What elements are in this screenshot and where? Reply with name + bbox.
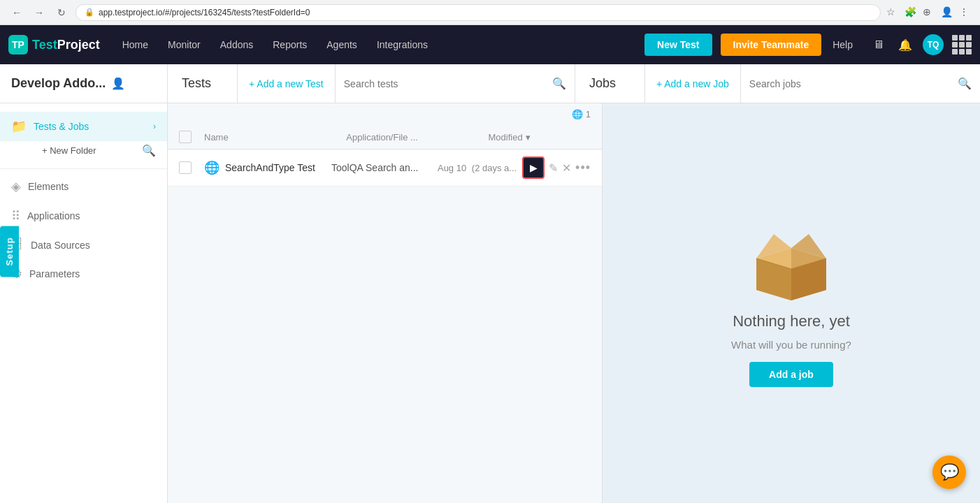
new-folder-button[interactable]: + New Folder — [11, 141, 108, 160]
elements-icon: ◈ — [11, 179, 21, 194]
help-link[interactable]: Help — [824, 39, 861, 50]
project-title-area: Develop Addo... 👤 — [0, 64, 168, 103]
topnav-icon-group: 🖥 🔔 TQ — [870, 34, 972, 55]
test-type-icon: 🌐 — [204, 160, 219, 175]
browser-bar: ← → ↻ 🔒 app.testproject.io/#/projects/16… — [0, 0, 980, 25]
add-new-test-button[interactable]: + Add a new Test — [238, 64, 336, 103]
applications-icon: ⠿ — [11, 208, 20, 224]
folder-icon: 📁 — [11, 119, 27, 134]
logo-label: TestProject — [32, 38, 100, 52]
user-icon[interactable]: 👤 — [941, 6, 953, 19]
sidebar-applications-label: Applications — [27, 210, 80, 221]
test-row-actions: ▶ ✎ ✕ ••• — [522, 156, 591, 179]
close-icon[interactable]: ✕ — [562, 161, 571, 175]
search-jobs-input[interactable] — [749, 78, 952, 89]
extension-icon[interactable]: 🧩 — [905, 6, 917, 19]
jobs-section-label: Jobs — [575, 64, 645, 103]
apps-grid-icon[interactable] — [952, 35, 972, 54]
col-header-name[interactable]: Name — [204, 132, 340, 143]
search-tests-icon: 🔍 — [552, 77, 566, 90]
search-jobs-icon: 🔍 — [958, 77, 972, 90]
select-all-checkbox[interactable] — [179, 131, 192, 143]
add-job-button[interactable]: Add a job — [749, 362, 833, 387]
bell-icon[interactable]: 🔔 — [896, 36, 914, 54]
test-application: ToolQA Search an... — [331, 162, 432, 173]
sidebar-item-applications[interactable]: ⠿ Applications — [0, 201, 167, 231]
back-button[interactable]: ← — [8, 4, 25, 21]
play-icon: ▶ — [530, 162, 538, 173]
sidebar-item-parameters[interactable]: ⚙ Parameters — [0, 259, 167, 289]
address-bar[interactable]: 🔒 app.testproject.io/#/projects/163245/t… — [75, 4, 881, 21]
main-layout: 📁 Tests & Jobs › + New Folder 🔍 ◈ Elemen… — [0, 103, 980, 503]
sidebar-item-tests-jobs[interactable]: 📁 Tests & Jobs › — [0, 112, 167, 141]
jobs-panel: Nothing here, yet What will you be runni… — [603, 103, 980, 503]
chat-icon: 💬 — [940, 463, 959, 481]
test-name: SearchAndType Test — [225, 162, 326, 173]
jobs-empty-title: Nothing here, yet — [733, 312, 850, 330]
search-jobs-bar[interactable]: 🔍 — [741, 64, 980, 103]
star-icon[interactable]: ☆ — [886, 6, 899, 19]
globe-count-icon: 🌐 — [572, 109, 583, 119]
header-checkbox[interactable] — [179, 131, 199, 143]
nav-agents[interactable]: Agents — [318, 34, 366, 56]
sidebar-tests-jobs-label: Tests & Jobs — [34, 121, 146, 132]
jobs-empty-state: Nothing here, yet What will you be runni… — [731, 220, 851, 387]
tests-table: Name Application/File ... Modified ▾ 🌐 S… — [168, 125, 602, 187]
tests-count-value: 1 — [586, 109, 591, 119]
test-date-relative: (2 days a... — [472, 163, 517, 173]
new-folder-row: + New Folder 🔍 — [0, 141, 167, 166]
project-settings-icon[interactable]: 👤 — [111, 77, 125, 90]
logo[interactable]: TP TestProject — [8, 35, 100, 54]
setup-tab[interactable]: Setup — [0, 226, 19, 277]
tests-toolbar: 🌐 1 — [168, 103, 602, 125]
col-header-modified[interactable]: Modified ▾ — [489, 132, 591, 143]
tests-table-header: Name Application/File ... Modified ▾ — [168, 125, 602, 150]
browser-right-icons: ☆ 🧩 ⊕ 👤 ⋮ — [886, 6, 972, 19]
chevron-right-icon: › — [153, 122, 156, 131]
content-header: Develop Addo... 👤 Tests + Add a new Test… — [0, 64, 980, 103]
folder-search-icon[interactable]: 🔍 — [142, 144, 156, 157]
chat-bubble-button[interactable]: 💬 — [932, 455, 966, 489]
nav-reports[interactable]: Reports — [264, 34, 315, 56]
refresh-button[interactable]: ↻ — [53, 4, 70, 21]
empty-box-illustration — [749, 220, 833, 304]
sidebar-divider-1 — [0, 168, 167, 169]
row-checkbox-area[interactable] — [179, 161, 199, 174]
search-tests-bar[interactable]: 🔍 — [336, 64, 575, 103]
user-avatar[interactable]: TQ — [923, 34, 944, 55]
menu-icon[interactable]: ⋮ — [959, 6, 972, 19]
table-row: 🌐 SearchAndType Test ToolQA Search an...… — [168, 150, 602, 187]
add-new-job-button[interactable]: + Add a new Job — [645, 64, 741, 103]
sidebar-parameters-label: Parameters — [29, 268, 80, 279]
sidebar-elements-label: Elements — [28, 181, 69, 192]
row-checkbox[interactable] — [179, 161, 192, 174]
tests-panel: 🌐 1 Name Application/File ... Modified ▾ — [168, 103, 603, 503]
monitor-icon[interactable]: 🖥 — [870, 36, 888, 54]
url-text: app.testproject.io/#/projects/163245/tes… — [99, 8, 310, 17]
forward-button[interactable]: → — [31, 4, 48, 21]
more-options-icon[interactable]: ••• — [575, 161, 591, 175]
nav-addons[interactable]: Addons — [212, 34, 261, 56]
jobs-empty-subtitle: What will you be running? — [731, 339, 851, 351]
sidebar: 📁 Tests & Jobs › + New Folder 🔍 ◈ Elemen… — [0, 103, 168, 503]
sidebar-data-sources-label: Data Sources — [31, 240, 90, 251]
nav-monitor[interactable]: Monitor — [159, 34, 209, 56]
run-test-button[interactable]: ▶ — [522, 156, 545, 179]
lock-icon: 🔒 — [85, 8, 94, 17]
col-header-application: Application/File ... — [346, 132, 482, 143]
project-title-text: Develop Addo... — [11, 76, 106, 91]
sort-icon: ▾ — [526, 132, 531, 143]
puzzle-icon[interactable]: ⊕ — [923, 6, 935, 19]
new-test-button[interactable]: New Test — [644, 34, 712, 56]
tests-section-label: Tests — [168, 64, 238, 103]
logo-icon: TP — [8, 35, 28, 54]
nav-integrations[interactable]: Integrations — [368, 34, 436, 56]
top-navigation: TP TestProject Home Monitor Addons Repor… — [0, 25, 980, 64]
search-tests-input[interactable] — [344, 78, 547, 89]
edit-icon[interactable]: ✎ — [549, 161, 558, 175]
nav-home[interactable]: Home — [114, 34, 157, 56]
sidebar-item-elements[interactable]: ◈ Elements — [0, 172, 167, 201]
tests-count: 🌐 1 — [572, 109, 591, 119]
invite-teammate-button[interactable]: Invite Teammate — [721, 34, 822, 56]
sidebar-item-data-sources[interactable]: 🗄 Data Sources — [0, 231, 167, 259]
